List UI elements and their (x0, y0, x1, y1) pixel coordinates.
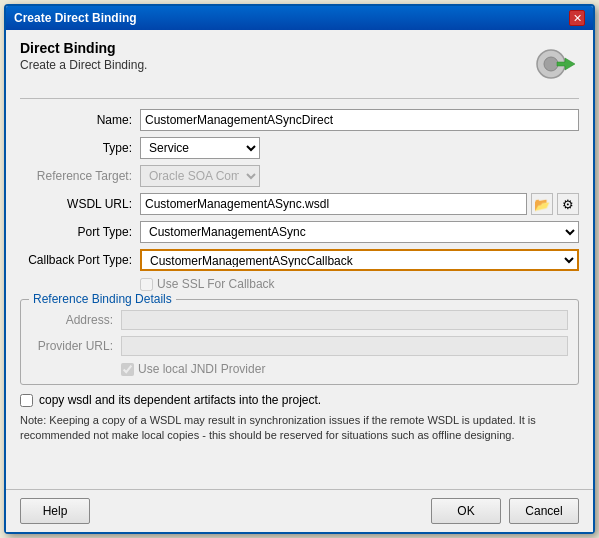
name-label: Name: (20, 113, 140, 127)
type-label: Type: (20, 141, 140, 155)
port-type-label: Port Type: (20, 225, 140, 239)
provider-url-label: Provider URL: (31, 339, 121, 353)
address-input[interactable] (121, 310, 568, 330)
name-row: Name: (20, 109, 579, 131)
header-icon (531, 40, 579, 88)
form-section: Name: Type: Service Reference Reference … (20, 109, 579, 291)
wsdl-url-label: WSDL URL: (20, 197, 140, 211)
copy-label: copy wsdl and its dependent artifacts in… (39, 393, 321, 407)
name-input[interactable] (140, 109, 579, 131)
title-bar: Create Direct Binding ✕ (6, 6, 593, 30)
dialog: Create Direct Binding ✕ Direct Binding C… (4, 4, 595, 534)
wsdl-settings-button[interactable]: ⚙ (557, 193, 579, 215)
port-type-row: Port Type: CustomerManagementASync (20, 221, 579, 243)
ok-button[interactable]: OK (431, 498, 501, 524)
provider-url-input[interactable] (121, 336, 568, 356)
ssl-checkbox[interactable] (140, 278, 153, 291)
reference-target-wrapper: Oracle SOA Composite (140, 165, 579, 187)
ssl-label: Use SSL For Callback (157, 277, 275, 291)
reference-target-row: Reference Target: Oracle SOA Composite (20, 165, 579, 187)
wsdl-url-controls: 📂 ⚙ (140, 193, 579, 215)
reference-binding-group: Reference Binding Details Address: Provi… (20, 299, 579, 385)
title-bar-text: Create Direct Binding (14, 11, 137, 25)
copy-checkbox[interactable] (20, 394, 33, 407)
type-row: Type: Service Reference (20, 137, 579, 159)
browse-icon: 📂 (534, 197, 550, 212)
help-button[interactable]: Help (20, 498, 90, 524)
dialog-body: Direct Binding Create a Direct Binding. … (6, 30, 593, 489)
type-select-wrapper: Service Reference (140, 137, 579, 159)
header-subtitle: Create a Direct Binding. (20, 58, 147, 72)
cancel-button[interactable]: Cancel (509, 498, 579, 524)
wsdl-url-row: WSDL URL: 📂 ⚙ (20, 193, 579, 215)
callback-port-type-row: Callback Port Type: CustomerManagementAS… (20, 249, 579, 271)
wsdl-browse-button[interactable]: 📂 (531, 193, 553, 215)
address-row: Address: (31, 310, 568, 330)
svg-point-1 (544, 57, 558, 71)
reference-target-select[interactable]: Oracle SOA Composite (140, 165, 260, 187)
close-button[interactable]: ✕ (569, 10, 585, 26)
type-select[interactable]: Service Reference (140, 137, 260, 159)
reference-binding-content: Address: Provider URL: Use local JNDI Pr… (31, 310, 568, 376)
copy-row: copy wsdl and its dependent artifacts in… (20, 393, 579, 407)
port-type-select[interactable]: CustomerManagementASync (140, 221, 579, 243)
header-section: Direct Binding Create a Direct Binding. (20, 40, 579, 88)
ssl-row: Use SSL For Callback (140, 277, 579, 291)
copy-note: Note: Keeping a copy of a WSDL may resul… (20, 413, 579, 444)
jndi-checkbox[interactable] (121, 363, 134, 376)
callback-port-type-label: Callback Port Type: (20, 253, 140, 267)
address-label: Address: (31, 313, 121, 327)
header-divider (20, 98, 579, 99)
provider-url-row: Provider URL: (31, 336, 568, 356)
reference-binding-legend: Reference Binding Details (29, 292, 176, 306)
header-left: Direct Binding Create a Direct Binding. (20, 40, 147, 72)
wsdl-url-input[interactable] (140, 193, 527, 215)
header-title: Direct Binding (20, 40, 147, 56)
callback-port-type-select[interactable]: CustomerManagementASyncCallback (140, 249, 579, 271)
ok-cancel-buttons: OK Cancel (431, 498, 579, 524)
button-bar: Help OK Cancel (6, 489, 593, 532)
reference-target-label: Reference Target: (20, 169, 140, 183)
settings-icon: ⚙ (562, 197, 574, 212)
jndi-row: Use local JNDI Provider (121, 362, 568, 376)
jndi-label: Use local JNDI Provider (138, 362, 265, 376)
